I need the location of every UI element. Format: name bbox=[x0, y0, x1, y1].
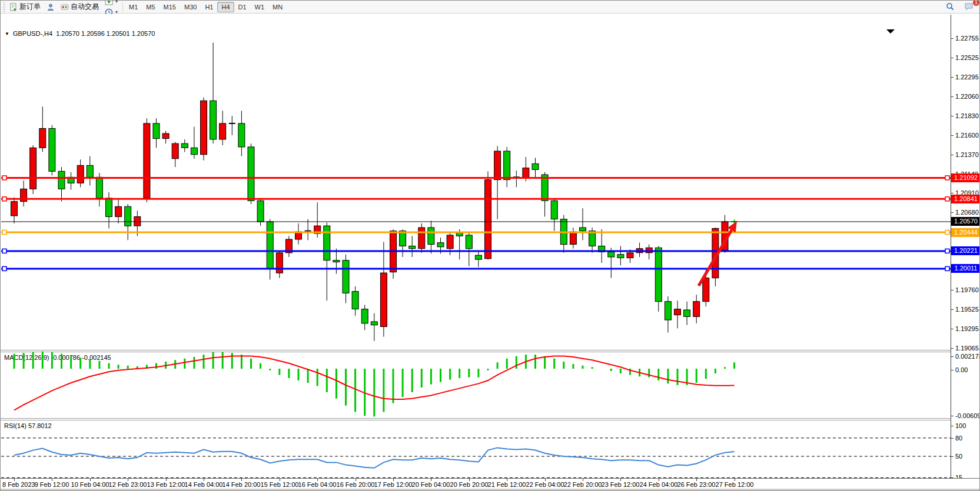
rsi-tick-mark bbox=[951, 438, 954, 439]
timeframe-h4-button[interactable]: H4 bbox=[217, 2, 234, 12]
new-order-icon bbox=[9, 3, 18, 11]
collapse-icon[interactable]: ▼ bbox=[5, 31, 9, 36]
macd-tick-mark bbox=[951, 416, 954, 416]
time-label: 12 Feb 23:00 bbox=[109, 481, 147, 488]
price-tick-mark bbox=[951, 329, 954, 329]
new-order-button[interactable]: 新订单 bbox=[6, 2, 44, 12]
time-label: 22 Feb 04:00 bbox=[526, 481, 564, 488]
rsi-tick-label: 50 bbox=[955, 453, 962, 460]
timeframe-m1-button[interactable]: M1 bbox=[125, 2, 142, 12]
time-label: 17 Feb 12:00 bbox=[374, 481, 413, 488]
price-tick-label: 1.19295 bbox=[955, 325, 979, 332]
price-tick-mark bbox=[951, 309, 954, 310]
time-label: 14 Feb 04:00 bbox=[185, 481, 223, 488]
macd-title: MACD(12,26,9) -0.000786 -0.002145 bbox=[4, 354, 111, 361]
market-icon bbox=[46, 0, 55, 1]
price-tick-mark bbox=[951, 155, 954, 155]
profile-icon bbox=[46, 3, 55, 11]
time-label: 24 Feb 04:00 bbox=[640, 481, 678, 488]
autotrading-label: 自动交易 bbox=[71, 2, 99, 12]
notifications-button[interactable]: 1 bbox=[962, 1, 976, 12]
price-tick-mark bbox=[951, 135, 954, 136]
time-label: 21 Feb 12:00 bbox=[488, 481, 526, 488]
autotrading-button[interactable]: 自动交易 bbox=[58, 2, 102, 12]
price-line-badge: 1.21092 bbox=[951, 173, 980, 182]
macd-tick-mark bbox=[951, 370, 954, 370]
timeframe-m30-button[interactable]: M30 bbox=[180, 2, 201, 12]
rsi-tick-mark bbox=[951, 426, 954, 426]
price-pane[interactable] bbox=[1, 15, 951, 350]
add-indicator-icon bbox=[105, 0, 113, 6]
profile-button[interactable] bbox=[44, 2, 58, 12]
time-axis[interactable]: 8 Feb 20239 Feb 12:0010 Feb 04:0012 Feb … bbox=[1, 478, 980, 490]
time-label: 16 Feb 20:00 bbox=[337, 481, 375, 488]
dropdown-caret[interactable]: ▾ bbox=[115, 0, 118, 4]
add-indicator-button[interactable]: ▾ bbox=[102, 0, 121, 7]
price-tick-mark bbox=[951, 212, 954, 213]
time-label: 20 Feb 04:00 bbox=[412, 481, 450, 488]
price-tick-mark bbox=[951, 77, 954, 78]
price-tick-mark bbox=[951, 193, 954, 193]
chart-symbol-period: GBPUSD-,H4 bbox=[13, 30, 52, 37]
price-tick-label: 1.19065 bbox=[955, 345, 979, 352]
price-tick-label: 1.19760 bbox=[955, 286, 979, 293]
timeframe-m15-button[interactable]: M15 bbox=[160, 2, 180, 12]
chart-ohlc-readout: 1.20570 1.20596 1.20501 1.20570 bbox=[56, 30, 155, 37]
price-tick-label: 1.19525 bbox=[955, 306, 979, 313]
price-line-badge: 1.20570 bbox=[951, 217, 980, 226]
price-tick-mark bbox=[951, 96, 954, 97]
price-line-badge: 1.20011 bbox=[951, 264, 980, 273]
toolbar-right: 1 bbox=[943, 1, 976, 12]
price-tick-label: 1.21370 bbox=[955, 151, 979, 158]
pane-separator[interactable] bbox=[1, 418, 980, 419]
time-label: 10 Feb 04:00 bbox=[71, 481, 109, 488]
price-tick-label: 1.22755 bbox=[955, 35, 979, 42]
main-toolbar: 新订单 自动交易 ▾▾▾EFAT▾ M1M5M15M30H1H4D1W1MN 1 bbox=[1, 1, 979, 14]
rsi-title: RSI(14) 57.8012 bbox=[4, 422, 52, 429]
price-tick-mark bbox=[951, 290, 954, 290]
time-label: 23 Feb 12:00 bbox=[602, 481, 640, 488]
time-label: 14 Feb 20:00 bbox=[222, 481, 261, 488]
price-line-badge: 1.20841 bbox=[951, 195, 980, 203]
macd-tick-mark bbox=[951, 356, 954, 357]
rsi-tick-mark bbox=[951, 456, 954, 457]
price-tick-label: 1.21600 bbox=[955, 132, 979, 139]
timeframe-h1-button[interactable]: H1 bbox=[201, 2, 217, 12]
macd-tick-label: 0.00 bbox=[955, 366, 968, 373]
price-tick-mark bbox=[951, 116, 954, 116]
time-label: 8 Feb 2023 bbox=[2, 481, 35, 488]
toolbar-separator bbox=[122, 2, 123, 12]
timeframe-mn-button[interactable]: MN bbox=[268, 2, 287, 12]
macd-tick-label: -0.006094 bbox=[955, 412, 980, 419]
window-bottom-edge bbox=[1, 489, 979, 490]
timeframe-w1-button[interactable]: W1 bbox=[251, 2, 269, 12]
toolbar-grip[interactable] bbox=[3, 2, 5, 12]
price-tick-mark bbox=[951, 58, 954, 58]
price-tick-mark bbox=[951, 38, 954, 39]
time-label: 20 Feb 20:00 bbox=[450, 481, 489, 488]
time-label: 26 Feb 23:00 bbox=[677, 481, 716, 488]
autotrading-icon bbox=[61, 3, 69, 11]
new-order-label: 新订单 bbox=[19, 2, 41, 12]
mt4-window: 新订单 自动交易 ▾▾▾EFAT▾ M1M5M15M30H1H4D1W1MN 1… bbox=[0, 0, 980, 491]
notification-badge: 1 bbox=[973, 0, 979, 6]
price-tick-label: 1.22060 bbox=[955, 93, 979, 100]
price-tick-label: 1.21830 bbox=[955, 112, 979, 119]
macd-pane[interactable] bbox=[1, 352, 951, 417]
price-tick-label: 1.22525 bbox=[955, 54, 979, 61]
timeframe-d1-button[interactable]: D1 bbox=[234, 2, 251, 12]
timeframe-m5-button[interactable]: M5 bbox=[142, 2, 159, 12]
search-button[interactable] bbox=[943, 1, 957, 12]
time-label: 22 Feb 20:00 bbox=[564, 481, 602, 488]
price-tick-mark bbox=[951, 348, 954, 349]
rsi-tick-label: 80 bbox=[955, 435, 962, 442]
rsi-tick-label: 100 bbox=[955, 422, 966, 429]
pane-separator[interactable] bbox=[1, 350, 980, 350]
price-tick-label: 1.22295 bbox=[955, 74, 979, 81]
time-label: 13 Feb 12:00 bbox=[147, 481, 185, 488]
time-label: 16 Feb 04:00 bbox=[298, 481, 337, 488]
price-line-badge: 1.20444 bbox=[951, 228, 980, 237]
chart-window: ▼ GBPUSD-,H4 1.20570 1.20596 1.20501 1.2… bbox=[1, 14, 980, 491]
time-label: 15 Feb 12:00 bbox=[261, 481, 299, 488]
price-tick-label: 1.20680 bbox=[955, 209, 979, 216]
